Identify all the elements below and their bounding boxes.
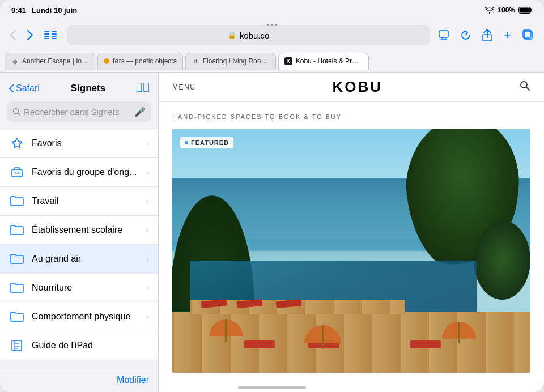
- tab-label-kobu: Kobu - Hotels & Propert...: [296, 57, 363, 65]
- svg-rect-3: [44, 33, 49, 35]
- modify-button[interactable]: Modifier: [117, 375, 149, 385]
- tab-label-fors: førs — poetic objects: [113, 57, 177, 65]
- chevron-left-icon: [10, 30, 16, 40]
- menu-dot: [271, 24, 273, 26]
- svg-rect-2: [44, 31, 49, 32]
- bookmark-item-favoris[interactable]: Favoris ›: [0, 129, 158, 158]
- chevron-right-icon: ›: [146, 225, 149, 235]
- new-tab-button[interactable]: +: [500, 24, 515, 46]
- sidebar-footer: Modifier: [0, 368, 158, 392]
- forward-button[interactable]: [24, 27, 36, 44]
- status-bar-left: 9:41 Lundi 10 juin: [11, 6, 77, 15]
- featured-dot: [185, 141, 188, 144]
- sidebar: Safari Signets Rechercher dans Signets: [0, 73, 159, 392]
- reload-icon: [461, 30, 471, 40]
- bookmark-item-travail[interactable]: Travail ›: [0, 187, 158, 216]
- chevron-right-icon: ›: [146, 197, 149, 206]
- status-bar: 9:41 Lundi 10 juin 100%: [0, 0, 544, 20]
- kobu-menu-label: MENU: [172, 83, 196, 91]
- svg-rect-9: [52, 38, 57, 39]
- bookmarks-list: Favoris › Favoris du groupe d'ong... ›: [0, 129, 158, 368]
- airdrop-button[interactable]: [435, 26, 453, 44]
- bookmark-item-comportement[interactable]: Comportement physique ›: [0, 302, 158, 331]
- web-content: MENU KOBU HAND-PICKED SPACES TO BOOK & T…: [159, 73, 544, 392]
- bookmark-group-icon: [9, 164, 25, 180]
- kobu-nav: MENU KOBU: [159, 73, 544, 102]
- chevron-right-icon: ›: [146, 139, 149, 148]
- browser-toolbar: 🔒 kobu.co +: [0, 20, 544, 50]
- back-button[interactable]: [7, 27, 19, 44]
- resort-scene: [172, 129, 530, 373]
- sidebar-header: Safari Signets: [0, 73, 158, 99]
- tabs-bar: ◎ Another Escape | Inspir... førs — poet…: [0, 50, 544, 73]
- tab-label-another-escape: Another Escape | Inspir...: [22, 57, 89, 65]
- bookmark-item-scolaire[interactable]: Établissement scolaire ›: [0, 216, 158, 245]
- tab-favicon-another-escape: ◎: [11, 57, 19, 65]
- tabs-button[interactable]: [519, 26, 537, 44]
- featured-badge: FEATURED: [180, 137, 233, 148]
- tab-another-escape[interactable]: ◎ Another Escape | Inspir...: [5, 53, 95, 70]
- bookmark-item-guide-ipad[interactable]: Guide de l'iPad: [0, 331, 158, 360]
- share-button[interactable]: [479, 25, 496, 45]
- reader-button[interactable]: [41, 27, 60, 44]
- svg-rect-1: [520, 8, 530, 13]
- chevron-right-icon: ›: [146, 168, 149, 177]
- svg-rect-7: [52, 33, 57, 35]
- kobu-logo: KOBU: [332, 78, 382, 96]
- scroll-indicator: [238, 386, 306, 389]
- wifi-icon: [485, 7, 494, 14]
- kobu-tagline: HAND-PICKED SPACES TO BOOK & TO BUY: [172, 113, 530, 120]
- bookmark-label-scolaire: Établissement scolaire: [32, 225, 146, 235]
- tab-floating[interactable]: d Floating Living Room Se...: [185, 53, 276, 70]
- share-icon: [482, 29, 492, 41]
- chevron-right-icon: ›: [146, 254, 149, 263]
- featured-label: FEATURED: [191, 139, 229, 146]
- tab-kobu[interactable]: K Kobu - Hotels & Propert...: [278, 53, 369, 70]
- sidebar-view-toggle[interactable]: [137, 82, 149, 95]
- menu-dot: [267, 24, 269, 26]
- status-date: Lundi 10 juin: [32, 6, 77, 15]
- svg-rect-8: [52, 36, 57, 37]
- chevron-left-small-icon: [9, 84, 14, 92]
- address-bar[interactable]: 🔒 kobu.co: [67, 25, 430, 45]
- chevron-right-icon: [27, 30, 33, 40]
- reload-button[interactable]: [457, 27, 474, 44]
- tabs-icon: [522, 29, 534, 41]
- bookmark-label-grand-air: Au grand air: [32, 254, 146, 264]
- ipad-frame: 9:41 Lundi 10 juin 100%: [0, 0, 544, 392]
- bookmark-item-grand-air[interactable]: Au grand air ›: [0, 245, 158, 274]
- bookmark-label-nourriture: Nourriture: [32, 283, 146, 293]
- status-battery: 100%: [498, 6, 515, 14]
- svg-rect-17: [12, 169, 22, 177]
- search-bar[interactable]: Rechercher dans Signets 🎤: [7, 101, 151, 122]
- safari-back-button[interactable]: Safari: [9, 83, 40, 93]
- svg-rect-15: [144, 83, 149, 92]
- folder-icon-nourriture: [9, 280, 25, 296]
- bookmark-label-favoris: Favoris: [32, 138, 146, 148]
- tab-favicon-floating: d: [192, 57, 199, 65]
- kobu-search-icon[interactable]: [519, 80, 530, 94]
- folder-icon-travail: [9, 193, 25, 209]
- folder-icon-grand-air: [9, 251, 25, 267]
- bookmark-item-nourriture[interactable]: Nourriture ›: [0, 274, 158, 302]
- status-time: 9:41: [11, 6, 26, 15]
- battery-icon: [518, 7, 533, 14]
- folder-icon-comportement: [9, 309, 25, 325]
- svg-rect-14: [137, 83, 142, 92]
- bookmark-item-favoris-groupe[interactable]: Favoris du groupe d'ong... ›: [0, 158, 158, 187]
- search-icon: [12, 108, 20, 116]
- tab-favicon-kobu: K: [284, 57, 292, 65]
- svg-rect-10: [439, 31, 448, 37]
- tab-fors[interactable]: førs — poetic objects: [97, 53, 183, 70]
- main-area: Safari Signets Rechercher dans Signets: [0, 73, 544, 392]
- search-placeholder: Rechercher dans Signets: [24, 107, 131, 117]
- tab-label-floating: Floating Living Room Se...: [203, 57, 270, 65]
- svg-rect-5: [44, 38, 49, 39]
- star-icon: [9, 135, 25, 151]
- tab-favicon-fors: [104, 58, 109, 64]
- reader-icon: [44, 30, 57, 40]
- svg-rect-4: [44, 36, 49, 37]
- lock-icon: 🔒: [228, 31, 236, 39]
- svg-point-18: [521, 82, 527, 88]
- svg-point-16: [14, 109, 19, 114]
